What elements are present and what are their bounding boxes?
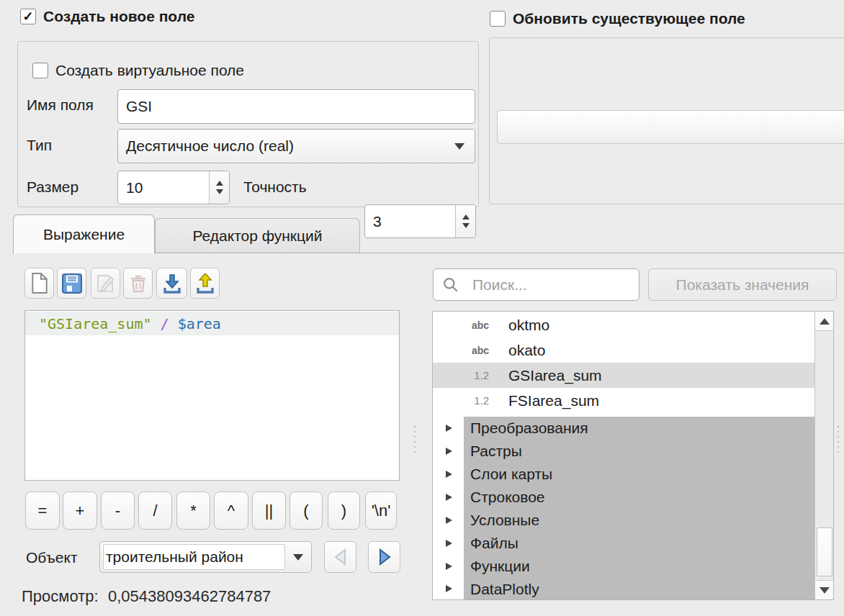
search-box[interactable]: [433, 268, 639, 301]
scroll-up-icon: [820, 318, 830, 325]
operator-concat-button[interactable]: ||: [252, 492, 286, 530]
expression-variable-token: $area: [178, 315, 221, 332]
tree-item-okato[interactable]: abc okato: [433, 338, 815, 363]
tab-expression[interactable]: Выражение: [13, 214, 155, 253]
feature-combobox-input[interactable]: [103, 544, 285, 570]
chevron-down-icon: [454, 143, 464, 150]
expression-editor[interactable]: "GSIarea_sum" / $area: [24, 310, 400, 481]
operator-equals-button[interactable]: =: [25, 492, 60, 530]
tree-group-conditionals[interactable]: Условные: [433, 509, 815, 532]
next-feature-button[interactable]: [368, 541, 400, 573]
tree-item-oktmo[interactable]: abc oktmo: [433, 312, 815, 338]
edit-pencil-icon: [96, 273, 116, 294]
tab-expression-label: Выражение: [43, 226, 125, 243]
create-new-field-checkbox[interactable]: [20, 9, 36, 24]
field-type-combobox[interactable]: Десятичное число (real): [117, 129, 475, 163]
tree-item-fsiarea-sum[interactable]: 1.2 FSIarea_sum: [433, 388, 815, 413]
operator-plus-button[interactable]: +: [63, 492, 97, 530]
scrollbar-thumb[interactable]: [817, 527, 832, 576]
feature-combobox[interactable]: [99, 541, 312, 573]
splitter-handle-right[interactable]: [838, 426, 839, 453]
tree-group-functions[interactable]: Функции: [433, 555, 815, 578]
scroll-up-button[interactable]: [815, 312, 834, 331]
new-file-icon: [31, 273, 48, 294]
field-type-label: Тип: [27, 137, 52, 154]
expand-arrow-icon[interactable]: [446, 563, 452, 570]
operator-divide-button[interactable]: /: [138, 492, 172, 530]
expression-operator-token: /: [152, 315, 178, 332]
tab-function-editor[interactable]: Редактор функций: [155, 218, 360, 253]
existing-field-combobox: [497, 110, 844, 144]
arrow-up-tray-icon: [195, 273, 215, 294]
search-icon: [443, 277, 459, 293]
new-expression-button[interactable]: [24, 268, 54, 299]
next-arrow-icon: [376, 548, 393, 566]
tree-scrollbar[interactable]: [814, 312, 834, 599]
update-existing-field-label: Обновить существующее поле: [513, 10, 745, 27]
field-calculator-dialog: Создать новое поле Создать виртуальное п…: [0, 0, 844, 616]
import-expression-button[interactable]: [156, 268, 187, 299]
virtual-field-checkbox[interactable]: [32, 63, 48, 78]
update-existing-field-checkbox[interactable]: [490, 11, 506, 27]
create-new-field-label: Создать новое поле: [43, 8, 194, 25]
export-expression-button[interactable]: [190, 268, 220, 299]
expand-arrow-icon[interactable]: [446, 425, 452, 432]
operator-minus-button[interactable]: -: [101, 492, 135, 530]
new-field-groupbox: Создать виртуальное поле Имя поля Тип Де…: [17, 41, 479, 207]
splitter-handle[interactable]: [414, 426, 416, 453]
operator-power-button[interactable]: ^: [214, 492, 248, 530]
arrow-down-tray-icon: [162, 273, 182, 294]
field-precision-value: 3: [373, 205, 382, 237]
field-precision-label: Точность: [243, 178, 307, 196]
spin-up-icon: [462, 214, 470, 219]
search-input[interactable]: [471, 271, 636, 299]
feature-combobox-dropdown[interactable]: [285, 542, 311, 572]
feature-label: Объект: [26, 549, 78, 566]
scroll-down-button[interactable]: [815, 580, 834, 599]
expand-arrow-icon[interactable]: [446, 471, 452, 478]
show-values-button-disabled: Показать значения: [648, 268, 837, 301]
tab-function-editor-label: Редактор функций: [192, 227, 322, 245]
field-precision-spinbox[interactable]: 3: [364, 204, 476, 238]
tree-group-rasters[interactable]: Растры: [433, 440, 815, 463]
field-name-label: Имя поля: [27, 96, 94, 114]
expand-arrow-icon[interactable]: [446, 494, 452, 501]
delete-expression-button-disabled: [123, 268, 153, 299]
expand-arrow-icon[interactable]: [446, 585, 452, 592]
expand-arrow-icon[interactable]: [446, 448, 452, 455]
operator-newline-button[interactable]: '\n': [365, 492, 397, 530]
operator-open-paren-button[interactable]: (: [289, 492, 323, 530]
trash-icon: [129, 273, 148, 294]
expand-arrow-icon[interactable]: [446, 540, 452, 547]
virtual-field-label: Создать виртуальное поле: [55, 62, 244, 79]
field-size-value: 10: [126, 171, 143, 204]
decimal-type-icon: 1.2: [464, 369, 489, 381]
save-expression-button[interactable]: [57, 268, 86, 299]
tree-group-conversions[interactable]: Преобразования: [433, 417, 815, 440]
save-icon: [62, 273, 82, 294]
scroll-down-icon: [820, 587, 830, 594]
operator-multiply-button[interactable]: *: [176, 492, 210, 530]
string-type-icon: abc: [464, 345, 489, 356]
tree-group-dataplotly[interactable]: DataPlotly: [433, 578, 815, 600]
string-type-icon: abc: [464, 320, 489, 331]
function-tree[interactable]: abc oktmo abc okato 1.2 GSIarea_sum 1.2 …: [432, 311, 834, 600]
field-size-spinbox[interactable]: 10: [117, 171, 230, 204]
preview-value: 0,05438093462784787: [108, 587, 271, 606]
tree-group-string[interactable]: Строковое: [433, 486, 815, 509]
field-size-spin-buttons[interactable]: [209, 171, 229, 204]
edit-expression-button-disabled: [91, 268, 120, 299]
tree-item-gsiarea-sum-selected[interactable]: 1.2 GSIarea_sum: [433, 363, 815, 388]
tree-group-files[interactable]: Файлы: [433, 532, 815, 555]
field-precision-spin-buttons[interactable]: [455, 205, 475, 237]
operator-close-paren-button[interactable]: ): [328, 492, 360, 530]
field-name-input[interactable]: [117, 89, 475, 124]
decimal-type-icon: 1.2: [464, 394, 489, 407]
spin-down-icon: [216, 189, 223, 194]
expand-arrow-icon[interactable]: [446, 517, 452, 524]
chevron-down-icon: [293, 554, 303, 561]
spin-up-icon: [216, 181, 223, 186]
spin-down-icon: [462, 223, 470, 228]
tree-group-map-layers[interactable]: Слои карты: [433, 463, 815, 486]
preview-label: Просмотр:: [22, 587, 99, 606]
